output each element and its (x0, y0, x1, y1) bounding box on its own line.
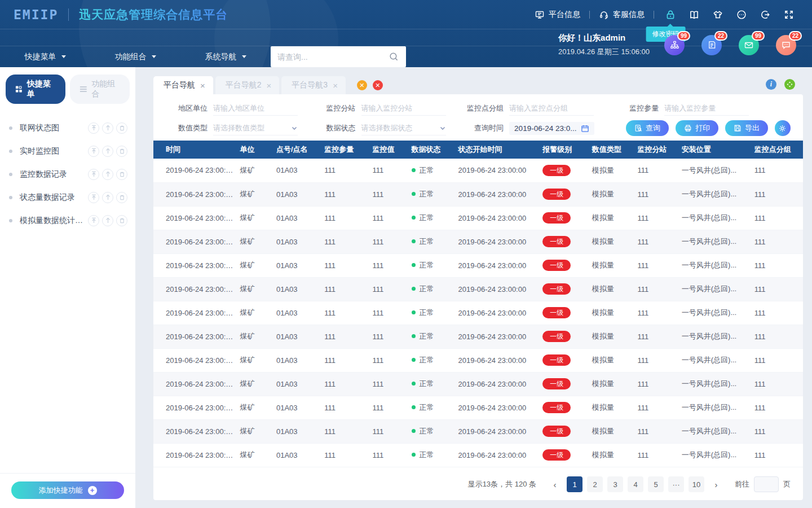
move-up-icon[interactable] (102, 215, 113, 226)
nav-quick-menu[interactable]: 快捷菜单 (0, 46, 90, 67)
table-cell-point: 01A03 (273, 230, 321, 253)
manual-button[interactable] (687, 7, 701, 22)
org-notifications-button[interactable]: 99 (664, 35, 685, 55)
page-button[interactable]: 1 (567, 476, 582, 492)
table-row[interactable]: 2019-06-24 23:00:00煤矿01A03111111正常2019-0… (153, 443, 803, 467)
query-time-picker[interactable]: 2019-06-24 23:0... (509, 122, 594, 135)
monitor-station-input[interactable] (361, 101, 446, 116)
delete-icon[interactable] (116, 215, 127, 226)
page-button[interactable]: 5 (648, 476, 664, 492)
move-up-icon[interactable] (102, 169, 113, 180)
delete-icon[interactable] (116, 169, 127, 180)
tabbar-tools: i (766, 79, 795, 90)
mail-notifications-button[interactable]: 99 (739, 35, 759, 55)
tab-close-icon[interactable]: × (333, 81, 338, 90)
move-up-icon[interactable] (102, 122, 113, 134)
platform-info-button[interactable]: 平台信息 (535, 10, 580, 20)
chat-notifications-button[interactable]: 22 (776, 35, 796, 55)
table-cell-value_type: 模拟量 (589, 253, 634, 277)
sidebar-tab-quick-menu[interactable]: 快捷菜单 (6, 75, 65, 104)
logout-button[interactable] (758, 7, 773, 22)
point-group-input[interactable] (509, 101, 594, 116)
table-row[interactable]: 2019-06-24 23:00:00煤矿01A03111111正常2019-0… (153, 301, 803, 325)
print-button[interactable]: 打印 (676, 120, 718, 136)
table-row[interactable]: 2019-06-24 23:00:00煤矿01A03111111正常2019-0… (153, 159, 803, 182)
tab-close-icon[interactable]: × (267, 81, 272, 90)
page-ellipsis[interactable]: ··· (668, 476, 684, 492)
tab-platform-nav-2[interactable]: 平台导航2 × (215, 76, 280, 94)
page-button[interactable]: 3 (607, 476, 623, 492)
delete-icon[interactable] (116, 192, 127, 203)
table-row[interactable]: 2019-06-24 23:00:00煤矿01A03111111正常2019-0… (153, 372, 803, 396)
brand-divider (68, 8, 69, 21)
table-row[interactable]: 2019-06-24 23:00:00煤矿01A03111111正常2019-0… (153, 230, 803, 253)
close-others-button[interactable]: ✕ (357, 80, 367, 90)
move-top-icon[interactable] (88, 122, 99, 134)
change-password-button[interactable]: 修改密码 (663, 7, 678, 22)
more-button[interactable] (734, 7, 749, 22)
nav-system-nav[interactable]: 系统导航 (180, 46, 271, 67)
sidebar-item-monitor-data-record[interactable]: 监控数据记录 (0, 163, 135, 186)
move-up-icon[interactable] (102, 146, 113, 157)
page-button[interactable]: 10 (689, 476, 704, 492)
alarm-level-badge: 一级 (542, 165, 571, 176)
expand-icon[interactable] (784, 79, 795, 90)
table-row[interactable]: 2019-06-24 23:00:00煤矿01A03111111正常2019-0… (153, 396, 803, 419)
table-cell-value_type: 模拟量 (589, 206, 634, 230)
table-cell-value: 111 (369, 396, 408, 419)
search-input[interactable] (277, 52, 389, 62)
table-row[interactable]: 2019-06-24 23:00:00煤矿01A03111111正常2019-0… (153, 325, 803, 348)
add-quick-function-button[interactable]: 添加快捷功能 + (11, 481, 124, 499)
calendar-icon (581, 124, 589, 133)
nav-function-group[interactable]: 功能组合 (90, 46, 180, 67)
move-top-icon[interactable] (88, 146, 99, 157)
fullscreen-button[interactable] (782, 7, 796, 22)
document-notifications-button[interactable]: 22 (701, 35, 722, 55)
table-cell-unit: 煤矿 (236, 301, 273, 325)
table-row[interactable]: 2019-06-24 23:00:00煤矿01A03111111正常2019-0… (153, 182, 803, 206)
tab-close-icon[interactable]: × (200, 81, 205, 90)
move-up-icon[interactable] (102, 192, 113, 203)
page-button[interactable]: 4 (628, 476, 643, 492)
delete-icon[interactable] (116, 146, 127, 157)
move-top-icon[interactable] (88, 192, 99, 203)
monitor-param-input[interactable] (664, 101, 749, 116)
move-top-icon[interactable] (88, 215, 99, 226)
table-row[interactable]: 2019-06-24 23:00:00煤矿01A03111111正常2019-0… (153, 206, 803, 230)
sidebar-tab-function-group[interactable]: 功能组合 (70, 75, 130, 104)
settings-button[interactable] (775, 120, 791, 136)
service-info-label: 客服信息 (613, 10, 645, 20)
sidebar-item-analog-statistics[interactable]: 模拟量数据统计模拟... (0, 209, 135, 232)
data-status-select[interactable]: 请选择数据状态 (361, 121, 446, 135)
region-unit-input[interactable] (213, 101, 298, 116)
table-cell-point: 01A03 (273, 301, 321, 325)
table-row[interactable]: 2019-06-24 23:00:00煤矿01A03111111正常2019-0… (153, 253, 803, 277)
table-cell-location: 一号风井(总回)... (678, 443, 751, 467)
service-info-button[interactable]: 客服信息 (599, 10, 645, 20)
table-row[interactable]: 2019-06-24 23:00:00煤矿01A03111111正常2019-0… (153, 277, 803, 301)
table-cell-location: 一号风井(总回)... (678, 230, 751, 253)
value-type-select[interactable]: 请选择数值类型 (213, 121, 298, 135)
table-cell-value: 111 (369, 348, 408, 372)
table-row[interactable]: 2019-06-24 23:00:00煤矿01A03111111正常2019-0… (153, 419, 803, 443)
info-icon[interactable]: i (766, 79, 776, 90)
theme-button[interactable] (710, 7, 725, 22)
close-all-button[interactable]: ✕ (373, 80, 383, 90)
query-button[interactable]: 查询 (626, 120, 669, 136)
next-page-button[interactable]: › (709, 476, 723, 492)
sidebar-item-state-data-record[interactable]: 状态量数据记录 (0, 186, 135, 209)
table-row[interactable]: 2019-06-24 23:00:00煤矿01A03111111正常2019-0… (153, 348, 803, 372)
table-cell-unit: 煤矿 (236, 253, 273, 277)
page-input[interactable] (754, 476, 779, 492)
status-cell: 正常 (408, 419, 455, 443)
prev-page-button[interactable]: ‹ (548, 476, 562, 492)
search-icon[interactable] (389, 51, 399, 62)
sidebar-item-network-status[interactable]: 联网状态图 (0, 116, 135, 139)
sidebar-item-realtime-monitor[interactable]: 实时监控图 (0, 139, 135, 163)
export-button[interactable]: 导出 (725, 120, 768, 136)
page-button[interactable]: 2 (587, 476, 603, 492)
tab-platform-nav[interactable]: 平台导航 × (153, 76, 213, 94)
delete-icon[interactable] (116, 122, 127, 134)
move-top-icon[interactable] (88, 169, 99, 180)
tab-platform-nav-3[interactable]: 平台导航3 × (281, 76, 346, 94)
